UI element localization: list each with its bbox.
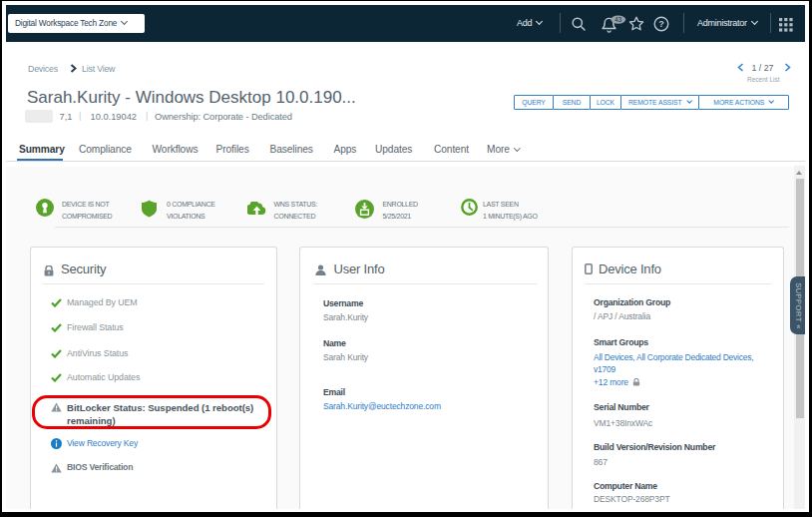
svg-text:43: 43 (614, 16, 622, 23)
svg-text:?: ? (658, 19, 664, 29)
